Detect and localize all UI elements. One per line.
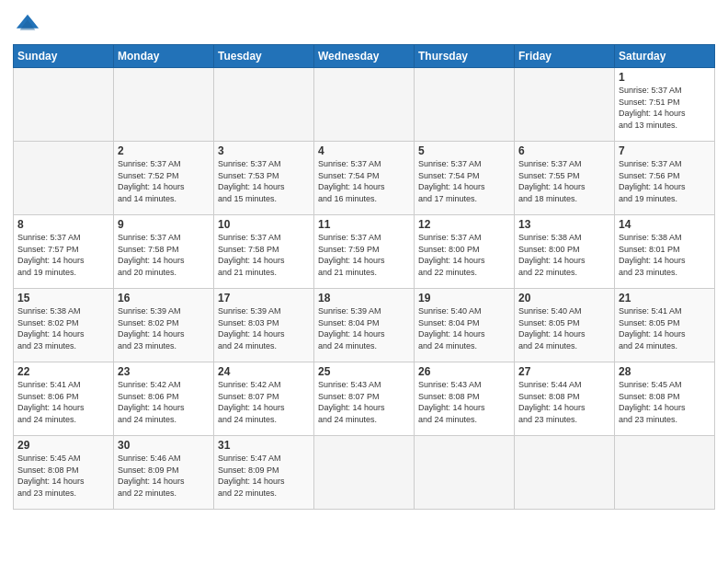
day-info: Sunrise: 5:39 AMSunset: 8:02 PMDaylight:… bbox=[118, 306, 185, 350]
day-info: Sunrise: 5:47 AMSunset: 8:09 PMDaylight:… bbox=[218, 454, 285, 498]
day-info: Sunrise: 5:42 AMSunset: 8:07 PMDaylight:… bbox=[218, 380, 285, 424]
day-number: 3 bbox=[218, 144, 310, 157]
day-number: 15 bbox=[17, 292, 109, 304]
day-number: 11 bbox=[318, 218, 410, 231]
day-info: Sunrise: 5:39 AMSunset: 8:04 PMDaylight:… bbox=[318, 306, 385, 350]
header-cell-tuesday: Tuesday bbox=[214, 45, 314, 68]
calendar-cell: 7 Sunrise: 5:37 AMSunset: 7:56 PMDayligh… bbox=[615, 142, 715, 215]
day-info: Sunrise: 5:37 AMSunset: 8:00 PMDaylight:… bbox=[418, 233, 485, 277]
day-info: Sunrise: 5:38 AMSunset: 8:00 PMDaylight:… bbox=[518, 233, 586, 277]
calendar-cell: 3 Sunrise: 5:37 AMSunset: 7:53 PMDayligh… bbox=[214, 142, 314, 215]
header-cell-wednesday: Wednesday bbox=[314, 45, 415, 68]
day-info: Sunrise: 5:42 AMSunset: 8:06 PMDaylight:… bbox=[118, 380, 185, 424]
day-info: Sunrise: 5:37 AMSunset: 7:52 PMDaylight:… bbox=[118, 159, 185, 203]
calendar-cell: 22 Sunrise: 5:41 AMSunset: 8:06 PMDaylig… bbox=[14, 362, 114, 436]
day-number: 26 bbox=[418, 365, 510, 378]
day-number: 19 bbox=[418, 292, 510, 304]
calendar-cell: 11 Sunrise: 5:37 AMSunset: 7:59 PMDaylig… bbox=[314, 215, 415, 289]
day-info: Sunrise: 5:45 AMSunset: 8:08 PMDaylight:… bbox=[619, 380, 686, 424]
calendar-table: SundayMondayTuesdayWednesdayThursdayFrid… bbox=[13, 44, 715, 510]
day-info: Sunrise: 5:43 AMSunset: 8:07 PMDaylight:… bbox=[318, 380, 385, 424]
day-number: 1 bbox=[619, 71, 711, 84]
header-cell-sunday: Sunday bbox=[14, 45, 114, 68]
day-info: Sunrise: 5:45 AMSunset: 8:08 PMDaylight:… bbox=[17, 454, 85, 498]
header-cell-monday: Monday bbox=[114, 45, 214, 68]
calendar-cell: 19 Sunrise: 5:40 AMSunset: 8:04 PMDaylig… bbox=[415, 289, 515, 362]
day-number: 8 bbox=[17, 218, 109, 231]
day-number: 10 bbox=[218, 218, 310, 231]
day-info: Sunrise: 5:38 AMSunset: 8:01 PMDaylight:… bbox=[619, 233, 686, 277]
day-number: 13 bbox=[518, 218, 610, 231]
day-info: Sunrise: 5:40 AMSunset: 8:05 PMDaylight:… bbox=[518, 306, 586, 350]
calendar-cell: 26 Sunrise: 5:43 AMSunset: 8:08 PMDaylig… bbox=[415, 362, 515, 436]
day-info: Sunrise: 5:37 AMSunset: 7:58 PMDaylight:… bbox=[218, 233, 285, 277]
calendar-cell: 10 Sunrise: 5:37 AMSunset: 7:58 PMDaylig… bbox=[214, 215, 314, 289]
calendar-cell: 1 Sunrise: 5:37 AMSunset: 7:51 PMDayligh… bbox=[615, 68, 715, 142]
day-number: 24 bbox=[218, 365, 310, 378]
day-info: Sunrise: 5:38 AMSunset: 8:02 PMDaylight:… bbox=[17, 306, 85, 350]
day-number: 27 bbox=[518, 365, 610, 378]
week-row-4: 15 Sunrise: 5:38 AMSunset: 8:02 PMDaylig… bbox=[14, 289, 715, 362]
calendar-cell: 24 Sunrise: 5:42 AMSunset: 8:07 PMDaylig… bbox=[214, 362, 314, 436]
day-number: 28 bbox=[619, 365, 711, 378]
day-info: Sunrise: 5:40 AMSunset: 8:04 PMDaylight:… bbox=[418, 306, 485, 350]
calendar-cell: 8 Sunrise: 5:37 AMSunset: 7:57 PMDayligh… bbox=[14, 215, 114, 289]
calendar-cell: 15 Sunrise: 5:38 AMSunset: 8:02 PMDaylig… bbox=[14, 289, 114, 362]
day-info: Sunrise: 5:37 AMSunset: 7:54 PMDaylight:… bbox=[418, 159, 485, 203]
day-info: Sunrise: 5:39 AMSunset: 8:03 PMDaylight:… bbox=[218, 306, 285, 350]
day-info: Sunrise: 5:37 AMSunset: 7:59 PMDaylight:… bbox=[318, 233, 385, 277]
day-number: 16 bbox=[118, 292, 210, 304]
calendar-cell bbox=[515, 436, 615, 510]
calendar-cell: 16 Sunrise: 5:39 AMSunset: 8:02 PMDaylig… bbox=[114, 289, 214, 362]
day-number: 21 bbox=[619, 292, 711, 304]
day-number: 20 bbox=[518, 292, 610, 304]
day-info: Sunrise: 5:41 AMSunset: 8:05 PMDaylight:… bbox=[619, 306, 686, 350]
day-number: 12 bbox=[418, 218, 510, 231]
week-row-2: 2 Sunrise: 5:37 AMSunset: 7:52 PMDayligh… bbox=[14, 142, 715, 215]
day-info: Sunrise: 5:37 AMSunset: 7:56 PMDaylight:… bbox=[619, 159, 686, 203]
header-row: SundayMondayTuesdayWednesdayThursdayFrid… bbox=[14, 45, 715, 68]
day-info: Sunrise: 5:43 AMSunset: 8:08 PMDaylight:… bbox=[418, 380, 485, 424]
header-cell-thursday: Thursday bbox=[415, 45, 515, 68]
logo bbox=[13, 13, 40, 39]
calendar-cell: 28 Sunrise: 5:45 AMSunset: 8:08 PMDaylig… bbox=[615, 362, 715, 436]
calendar-cell: 2 Sunrise: 5:37 AMSunset: 7:52 PMDayligh… bbox=[114, 142, 214, 215]
header bbox=[13, 9, 715, 39]
calendar-cell bbox=[114, 68, 214, 142]
day-number: 4 bbox=[318, 144, 410, 157]
day-info: Sunrise: 5:41 AMSunset: 8:06 PMDaylight:… bbox=[17, 380, 85, 424]
day-number: 6 bbox=[518, 144, 610, 157]
header-cell-friday: Friday bbox=[515, 45, 615, 68]
day-info: Sunrise: 5:37 AMSunset: 7:57 PMDaylight:… bbox=[17, 233, 85, 277]
logo-icon bbox=[15, 13, 40, 39]
day-info: Sunrise: 5:44 AMSunset: 8:08 PMDaylight:… bbox=[518, 380, 586, 424]
calendar-cell: 30 Sunrise: 5:46 AMSunset: 8:09 PMDaylig… bbox=[114, 436, 214, 510]
calendar-cell: 17 Sunrise: 5:39 AMSunset: 8:03 PMDaylig… bbox=[214, 289, 314, 362]
calendar-cell: 23 Sunrise: 5:42 AMSunset: 8:06 PMDaylig… bbox=[114, 362, 214, 436]
day-number: 7 bbox=[619, 144, 711, 157]
day-info: Sunrise: 5:37 AMSunset: 7:53 PMDaylight:… bbox=[218, 159, 285, 203]
day-number: 17 bbox=[218, 292, 310, 304]
day-number: 30 bbox=[118, 439, 210, 452]
day-info: Sunrise: 5:37 AMSunset: 7:58 PMDaylight:… bbox=[118, 233, 185, 277]
week-row-6: 29 Sunrise: 5:45 AMSunset: 8:08 PMDaylig… bbox=[14, 436, 715, 510]
calendar-cell: 13 Sunrise: 5:38 AMSunset: 8:00 PMDaylig… bbox=[515, 215, 615, 289]
calendar-cell: 25 Sunrise: 5:43 AMSunset: 8:07 PMDaylig… bbox=[314, 362, 415, 436]
calendar-cell: 5 Sunrise: 5:37 AMSunset: 7:54 PMDayligh… bbox=[415, 142, 515, 215]
day-number: 14 bbox=[619, 218, 711, 231]
calendar-cell: 14 Sunrise: 5:38 AMSunset: 8:01 PMDaylig… bbox=[615, 215, 715, 289]
week-row-1: 1 Sunrise: 5:37 AMSunset: 7:51 PMDayligh… bbox=[14, 68, 715, 142]
day-info: Sunrise: 5:37 AMSunset: 7:55 PMDaylight:… bbox=[518, 159, 586, 203]
calendar-cell bbox=[615, 436, 715, 510]
calendar-cell bbox=[14, 142, 114, 215]
calendar-cell: 12 Sunrise: 5:37 AMSunset: 8:00 PMDaylig… bbox=[415, 215, 515, 289]
day-number: 23 bbox=[118, 365, 210, 378]
calendar-cell: 18 Sunrise: 5:39 AMSunset: 8:04 PMDaylig… bbox=[314, 289, 415, 362]
day-number: 25 bbox=[318, 365, 410, 378]
day-number: 2 bbox=[118, 144, 210, 157]
day-number: 18 bbox=[318, 292, 410, 304]
calendar-cell bbox=[314, 68, 415, 142]
calendar-cell: 29 Sunrise: 5:45 AMSunset: 8:08 PMDaylig… bbox=[14, 436, 114, 510]
calendar-cell: 27 Sunrise: 5:44 AMSunset: 8:08 PMDaylig… bbox=[515, 362, 615, 436]
day-info: Sunrise: 5:37 AMSunset: 7:54 PMDaylight:… bbox=[318, 159, 385, 203]
